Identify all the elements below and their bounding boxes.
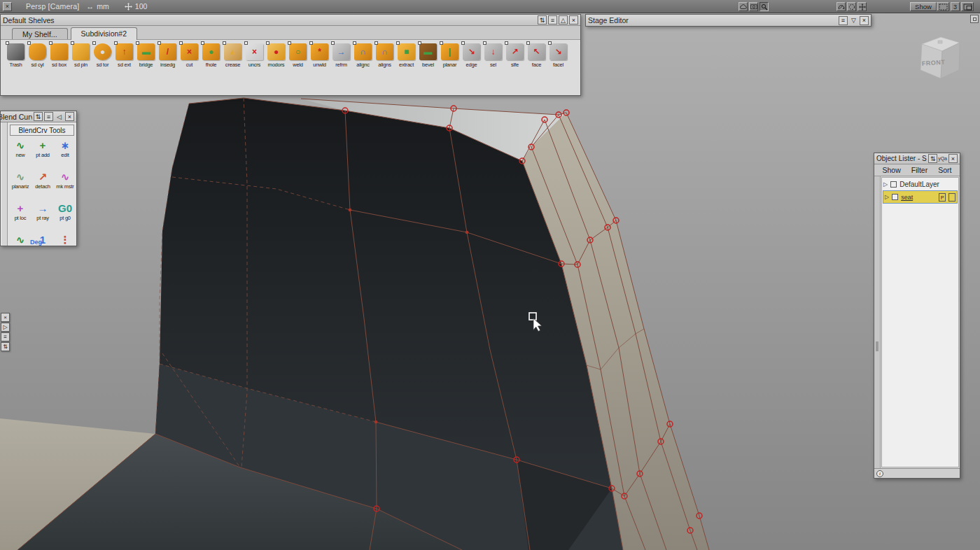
shelf-tool[interactable]: sd pln — [70, 43, 92, 68]
scrollbar-handle[interactable] — [876, 341, 878, 351]
shelf-tool-icon[interactable] — [72, 43, 90, 60]
view-cube[interactable]: FRONT — [920, 37, 960, 78]
menu-item[interactable]: Sort — [938, 166, 951, 174]
close-icon[interactable]: × — [3, 2, 12, 11]
shelf-tool[interactable]: → refrm — [330, 43, 352, 68]
marquee-select-icon[interactable] — [937, 2, 949, 11]
layer-checkbox[interactable] — [890, 181, 897, 188]
tool-option-box[interactable] — [548, 41, 552, 45]
shelf-tool-icon[interactable]: × — [181, 43, 198, 60]
tool-option-box[interactable] — [6, 41, 9, 45]
object-checkbox[interactable] — [892, 194, 898, 200]
shelf-tool[interactable]: ▲ crease — [222, 43, 244, 68]
shelf-tool[interactable]: | planar — [439, 43, 461, 68]
shelf-tool-icon[interactable]: | — [441, 43, 458, 60]
list-icon[interactable]: ≡ — [1, 332, 10, 341]
tool-option-box[interactable] — [483, 41, 486, 45]
shelf-tool-icon[interactable]: ↖ — [528, 43, 545, 60]
object-lister-titlebar[interactable]: Object Lister - S ⇅ yQa × — [874, 153, 960, 164]
pages-button[interactable]: 3 — [951, 2, 960, 11]
chevron-down-icon[interactable]: ▽ — [849, 16, 858, 25]
menu-item[interactable]: Filter — [911, 166, 927, 174]
shelf-tool[interactable]: ▬ bridge — [135, 43, 157, 68]
shelf-tool[interactable]: / insedg — [157, 43, 178, 68]
shelf-tool-icon[interactable] — [29, 43, 46, 60]
shelf-tool-icon[interactable]: ○ — [289, 43, 307, 60]
magnifier-icon[interactable] — [760, 2, 769, 11]
shelf-tool-icon[interactable]: ■ — [398, 43, 415, 60]
spinner-icon[interactable]: ⇅ — [1, 342, 10, 351]
shelf-tool[interactable]: ↑ sd ext — [113, 43, 135, 68]
shelf-tool-icon[interactable]: ↓ — [484, 43, 502, 60]
camera-icon[interactable] — [749, 2, 758, 11]
tool-option-box[interactable] — [396, 41, 400, 45]
shelf-tool[interactable]: ● modors — [265, 43, 287, 68]
tool-option-box[interactable] — [179, 41, 183, 45]
shelf-tool-icon[interactable]: × — [246, 43, 263, 60]
shelf-tool[interactable]: ↓ sel — [482, 43, 504, 68]
cloud-icon[interactable] — [738, 2, 748, 11]
tool-option-box[interactable] — [27, 41, 31, 45]
shelf-tool[interactable]: * unwld — [309, 43, 330, 68]
close-icon[interactable]: × — [1, 313, 10, 322]
shelf-tool[interactable]: ∩ aligns — [374, 43, 396, 68]
list-icon[interactable]: ≡ — [839, 16, 848, 25]
palette-tool[interactable]: + pt add — [31, 137, 54, 169]
tree-row-defaultlayer[interactable]: ▷ DefaultLayer — [882, 178, 958, 190]
tool-option-box[interactable] — [461, 41, 465, 45]
palette-tool[interactable]: ∿ planariz — [9, 169, 31, 200]
shelf-tool-icon[interactable]: ↗ — [506, 43, 524, 60]
tool-option-box[interactable] — [71, 41, 74, 45]
list-icon[interactable]: ≡ — [44, 112, 53, 121]
palette-tool[interactable]: G0 pt g0 — [54, 200, 76, 232]
tool-option-box[interactable] — [331, 41, 335, 45]
palette-tool[interactable]: → pt ray — [31, 200, 54, 232]
menu-item[interactable]: Show — [883, 166, 901, 174]
palette-tool[interactable]: ∿ new — [9, 137, 31, 169]
palette-tool[interactable]: + pt loc — [9, 200, 31, 232]
spinner-icon[interactable]: ⇅ — [34, 112, 43, 121]
close-icon[interactable]: × — [65, 112, 74, 121]
shelf-tool[interactable]: ∩ alignc — [352, 43, 374, 68]
viewport-resize-corner[interactable] — [970, 15, 979, 23]
twist-icon[interactable] — [836, 2, 846, 11]
tool-option-box[interactable] — [526, 41, 530, 45]
tool-option-box[interactable] — [92, 41, 96, 45]
show-button[interactable]: Show — [910, 2, 937, 11]
pan-cross-icon[interactable] — [858, 2, 867, 11]
shelf-tool-icon[interactable]: ↘ — [463, 43, 480, 60]
palette-titlebar[interactable]: Blend Curve ⇅ ≡ ◁ × — [1, 111, 76, 122]
shelf-tool[interactable]: ▬ bevel — [417, 43, 439, 68]
shelf-tool-icon[interactable]: ● — [94, 43, 111, 60]
collapse-icon[interactable]: △ — [559, 15, 568, 24]
expander-icon[interactable]: ▷ — [885, 194, 889, 200]
tool-option-box[interactable] — [418, 41, 421, 45]
shelf-tool-icon[interactable]: ▬ — [137, 43, 155, 60]
list-icon[interactable]: ≡ — [548, 15, 557, 24]
tool-option-box[interactable] — [374, 41, 378, 45]
tool-option-box[interactable] — [266, 41, 270, 45]
circle-marquee-icon[interactable] — [847, 2, 856, 11]
shelf-tool-icon[interactable]: / — [159, 43, 176, 60]
palette-tool[interactable]: ∿ mk mstr — [54, 169, 76, 200]
shelf-tool[interactable]: ○ weld — [287, 43, 309, 68]
tab-subdivision[interactable]: Subdivision#2 — [71, 27, 137, 40]
shelves-titlebar[interactable]: Default Shelves ⇅ ≡ △ × — [1, 15, 580, 26]
close-icon[interactable]: × — [569, 15, 578, 24]
shelf-tool[interactable]: ↘ facel — [547, 43, 569, 68]
tree-row-seat[interactable]: ▷ seat P — [883, 191, 957, 203]
chevron-left-icon[interactable]: ◁ — [55, 112, 64, 121]
shelf-tool-icon[interactable]: ↑ — [115, 43, 133, 60]
tool-option-box[interactable] — [158, 41, 161, 45]
tool-option-box[interactable] — [49, 41, 52, 45]
shelf-tool[interactable]: ↖ face — [526, 43, 547, 68]
tool-option-box[interactable] — [440, 41, 443, 45]
shelf-tool-icon[interactable]: ∩ — [376, 43, 393, 60]
close-icon[interactable]: × — [860, 16, 869, 25]
visibility-badge[interactable] — [948, 193, 955, 202]
close-icon[interactable]: × — [948, 154, 958, 163]
shelf-tool-icon[interactable]: ▲ — [224, 43, 241, 60]
shelf-tool[interactable]: sd box — [48, 43, 70, 68]
palette-tool[interactable]: ∿ — [9, 232, 31, 246]
tool-option-box[interactable] — [136, 41, 139, 45]
